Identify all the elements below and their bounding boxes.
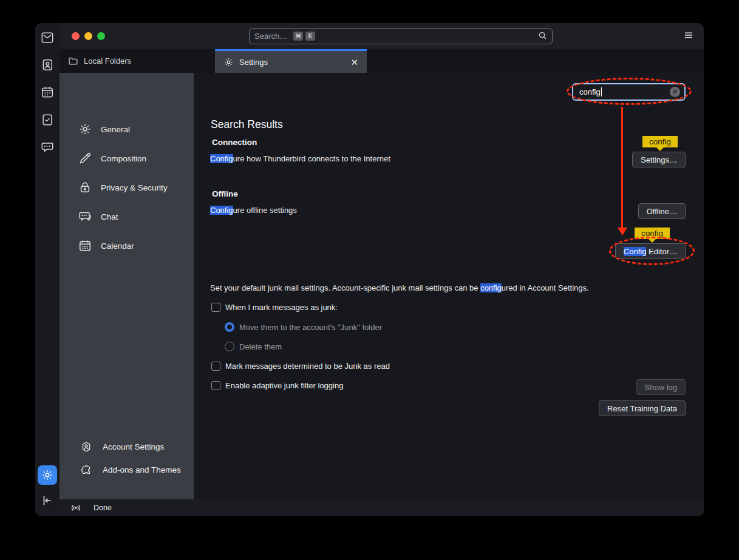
addressbook-space-icon[interactable] [39,56,56,73]
offline-section-desc: Configure offline settings [210,206,297,215]
calendar-icon [78,239,92,252]
junk-intro-text: Set your default junk mail settings. Acc… [210,283,589,292]
junk-move-label: Move them to the account's "Junk" folder [239,323,382,332]
connection-settings-button[interactable]: Settings… [632,152,686,167]
junk-mark-checkbox[interactable] [211,303,220,312]
settings-body: General Composition Privacy & Security C… [60,73,704,499]
annotation-arrow-line [621,107,623,228]
sidebar-item-label: Calendar [101,241,134,251]
status-bar: Done [60,499,704,516]
junk-log-row: Enable adaptive junk filter logging [211,381,343,390]
unified-toolbar: Search… ⌘ K [60,23,704,49]
shortcut-keys: ⌘ K [293,32,315,41]
tab-settings-label: Settings [239,58,268,67]
gear-icon [223,57,234,67]
connection-section-title: Connection [212,138,257,147]
junk-mark-row: When I mark messages as junk: [211,303,338,312]
sidebar-item-label: Composition [101,154,146,163]
settings-space-button[interactable] [38,465,57,485]
page-title: Search Results [211,118,283,131]
zoom-window-button[interactable] [97,32,105,40]
collapse-rail-icon[interactable] [39,492,56,509]
app-window: Search… ⌘ K Local Folders Settin [35,23,704,516]
annotation-ellipse-search [567,78,692,105]
calendar-space-icon[interactable] [39,84,56,101]
junk-read-label: Mark messages determined to be Junk as r… [225,362,390,371]
offline-settings-button[interactable]: Offline… [638,203,686,219]
sidebar-item-label: Add-ons and Themes [103,465,181,474]
account-icon [80,441,93,453]
lock-icon [78,181,92,194]
sidebar-item-calendar[interactable]: Calendar [60,231,194,260]
chat-icon [78,210,92,223]
junk-delete-row: Delete them [225,342,282,351]
junk-move-radio[interactable] [225,322,234,332]
junk-delete-label: Delete them [239,342,282,351]
k-keycap: K [305,32,315,41]
tab-bar: Local Folders Settings ✕ [60,49,704,73]
sidebar-item-label: Chat [101,212,118,221]
offline-desc-rest: ure offline settings [233,206,297,215]
junk-intro-post: ured in Account Settings. [502,283,589,292]
traffic-lights [72,32,105,40]
settings-content: config ✕ Search Results Connection Confi… [194,73,704,499]
connection-section-desc: Configure how Thunderbird connects to th… [210,154,390,163]
search-match-highlight: Config [210,206,233,215]
show-log-button[interactable]: Show log [636,379,686,395]
close-tab-icon[interactable]: ✕ [350,58,358,67]
mail-space-icon[interactable] [39,29,56,46]
sidebar-item-label: General [101,125,130,134]
tasks-space-icon[interactable] [39,111,56,128]
puzzle-icon [80,464,93,476]
folder-icon [68,56,78,66]
junk-log-checkbox[interactable] [211,381,220,390]
junk-delete-radio[interactable] [225,342,234,351]
sidebar-item-addons-themes[interactable]: Add-ons and Themes [60,458,194,481]
tab-local-folders[interactable]: Local Folders [60,49,215,73]
status-text: Done [94,504,112,512]
junk-read-checkbox[interactable] [211,362,220,371]
annotation-ellipse-config-editor [609,237,695,265]
app-menu-icon[interactable] [683,30,694,43]
junk-mark-label: When I mark messages as junk: [225,303,338,312]
gear-icon [78,123,92,136]
sidebar-item-general[interactable]: General [60,115,194,144]
connection-desc-rest: ure how Thunderbird connects to the Inte… [233,154,390,163]
sidebar-item-composition[interactable]: Composition [60,144,194,173]
close-window-button[interactable] [72,32,80,40]
tab-settings[interactable]: Settings ✕ [215,49,367,73]
sidebar-item-privacy-security[interactable]: Privacy & Security [60,173,194,202]
search-icon [538,31,547,42]
settings-sidebar: General Composition Privacy & Security C… [60,73,194,499]
tab-local-folders-label: Local Folders [84,56,131,66]
reset-training-data-button[interactable]: Reset Training Data [599,400,686,416]
junk-intro-pre: Set your default junk mail settings. Acc… [210,283,480,292]
sidebar-item-label: Privacy & Security [101,183,168,192]
main-column: Search… ⌘ K Local Folders Settin [60,23,704,516]
activity-icon [70,502,81,513]
search-match-highlight: config [480,283,502,292]
junk-move-row: Move them to the account's "Junk" folder [225,322,382,332]
sidebar-item-account-settings[interactable]: Account Settings [60,435,194,458]
global-search-input[interactable]: Search… ⌘ K [249,28,553,44]
sidebar-item-label: Account Settings [103,442,164,451]
junk-log-label: Enable adaptive junk filter logging [225,381,343,390]
search-match-highlight: Config [210,154,233,163]
minimize-window-button[interactable] [84,32,92,40]
config-tooltip-settings: config [642,136,678,147]
spaces-rail [35,23,60,516]
junk-read-row: Mark messages determined to be Junk as r… [211,362,390,371]
annotation-arrow-head [618,228,627,235]
pencil-icon [78,152,92,165]
sidebar-item-chat[interactable]: Chat [60,202,194,231]
offline-section-title: Offline [212,189,238,198]
chat-space-icon[interactable] [39,138,56,155]
sidebar-footer: Account Settings Add-ons and Themes [60,435,194,481]
cmd-keycap: ⌘ [293,32,303,41]
global-search-placeholder: Search… [254,32,287,41]
